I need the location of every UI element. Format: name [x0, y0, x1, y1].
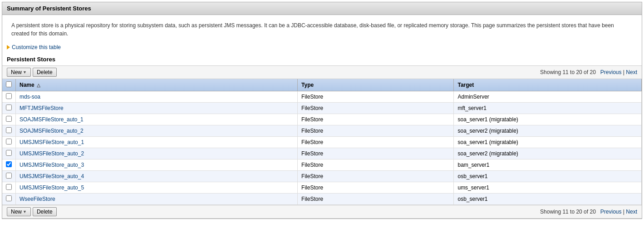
persistent-stores-table: Name △ Type Target mds-soaFileStoreAdmin… — [2, 79, 642, 205]
row-checkbox-cell — [2, 182, 16, 194]
table-row: mds-soaFileStoreAdminServer — [2, 91, 642, 103]
row-name-link[interactable]: SOAJMSFileStore_auto_2 — [20, 128, 84, 134]
row-type-cell: FileStore — [298, 137, 454, 148]
triangle-icon — [7, 45, 10, 50]
row-checkbox-cell — [2, 137, 16, 148]
table-row: UMSJMSFileStore_auto_5FileStoreums_serve… — [2, 182, 642, 194]
select-all-checkbox[interactable] — [6, 81, 12, 87]
showing-text-bottom: Showing 11 to 20 of 20 — [540, 209, 596, 215]
table-row: UMSJMSFileStore_auto_4FileStoreosb_serve… — [2, 171, 642, 182]
row-name-link[interactable]: UMSJMSFileStore_auto_3 — [20, 162, 84, 168]
row-name-link[interactable]: UMSJMSFileStore_auto_2 — [20, 150, 84, 157]
row-checkbox[interactable] — [6, 139, 12, 144]
col-header-checkbox — [2, 79, 16, 91]
row-target-cell: soa_server2 (migratable) — [454, 148, 642, 159]
table-row: UMSJMSFileStore_auto_1FileStoresoa_serve… — [2, 137, 642, 148]
row-target-cell: AdminServer — [454, 91, 642, 103]
new-button-bottom[interactable]: New ▼ — [7, 207, 31, 216]
row-name-cell: WseeFileStore — [16, 194, 298, 205]
row-name-link[interactable]: UMSJMSFileStore_auto_5 — [20, 184, 84, 191]
next-link-bottom[interactable]: Next — [626, 209, 637, 215]
previous-link-top[interactable]: Previous — [600, 69, 622, 75]
row-target-cell: osb_server1 — [454, 194, 642, 205]
row-checkbox-cell — [2, 148, 16, 159]
description-area: A persistent store is a physical reposit… — [2, 15, 642, 42]
table-row: SOAJMSFileStore_auto_2FileStoresoa_serve… — [2, 125, 642, 137]
row-name-cell: UMSJMSFileStore_auto_3 — [16, 159, 298, 171]
table-body: mds-soaFileStoreAdminServerMFTJMSFileSto… — [2, 91, 642, 205]
top-toolbar: New ▼ Delete Showing 11 to 20 of 20 Prev… — [2, 65, 642, 79]
row-checkbox-cell — [2, 125, 16, 137]
row-checkbox-cell — [2, 91, 16, 103]
row-name-link[interactable]: SOAJMSFileStore_auto_1 — [20, 116, 84, 123]
row-target-cell: soa_server1 (migratable) — [454, 137, 642, 148]
customize-link[interactable]: Customize this table — [12, 44, 61, 50]
new-button-top[interactable]: New ▼ — [7, 68, 31, 77]
row-type-cell: FileStore — [298, 114, 454, 125]
row-name-cell: mds-soa — [16, 91, 298, 103]
row-name-cell: UMSJMSFileStore_auto_1 — [16, 137, 298, 148]
row-type-cell: FileStore — [298, 194, 454, 205]
row-checkbox[interactable] — [6, 150, 12, 156]
row-type-cell: FileStore — [298, 91, 454, 103]
row-target-cell: soa_server2 (migratable) — [454, 125, 642, 137]
col-header-target: Target — [454, 79, 642, 91]
row-target-cell: mft_server1 — [454, 103, 642, 114]
row-checkbox-cell — [2, 103, 16, 114]
row-name-cell: SOAJMSFileStore_auto_1 — [16, 114, 298, 125]
delete-button-top[interactable]: Delete — [33, 68, 57, 77]
row-checkbox[interactable] — [6, 184, 12, 190]
row-checkbox[interactable] — [6, 127, 12, 133]
new-dropdown-arrow-bottom: ▼ — [23, 209, 27, 214]
name-sort-icon: △ — [37, 83, 40, 88]
row-name-link[interactable]: mds-soa — [20, 94, 40, 100]
row-type-cell: FileStore — [298, 159, 454, 171]
row-name-link[interactable]: MFTJMSFileStore — [20, 105, 64, 111]
row-checkbox-cell — [2, 159, 16, 171]
row-type-cell: FileStore — [298, 148, 454, 159]
row-target-cell: bam_server1 — [454, 159, 642, 171]
page-title-bar: Summary of Persistent Stores — [2, 2, 642, 15]
row-name-link[interactable]: WseeFileStore — [20, 196, 55, 202]
showing-text-top: Showing 11 to 20 of 20 — [540, 69, 596, 75]
customize-link-area: Customize this table — [2, 42, 642, 54]
table-row: UMSJMSFileStore_auto_2FileStoresoa_serve… — [2, 148, 642, 159]
row-checkbox-cell — [2, 114, 16, 125]
col-header-name: Name △ — [16, 79, 298, 91]
row-checkbox[interactable] — [6, 105, 12, 110]
previous-link-bottom[interactable]: Previous — [600, 209, 622, 215]
toolbar-right-top: Showing 11 to 20 of 20 Previous | Next — [540, 69, 637, 75]
row-name-cell: UMSJMSFileStore_auto_5 — [16, 182, 298, 194]
row-target-cell: soa_server1 (migratable) — [454, 114, 642, 125]
table-row: WseeFileStoreFileStoreosb_server1 — [2, 194, 642, 205]
row-checkbox[interactable] — [6, 161, 12, 167]
row-type-cell: FileStore — [298, 103, 454, 114]
new-dropdown-arrow-top: ▼ — [23, 70, 27, 75]
row-name-link[interactable]: UMSJMSFileStore_auto_1 — [20, 139, 84, 145]
delete-button-bottom[interactable]: Delete — [33, 207, 57, 216]
row-target-cell: ums_server1 — [454, 182, 642, 194]
table-row: UMSJMSFileStore_auto_3FileStorebam_serve… — [2, 159, 642, 171]
row-name-cell: UMSJMSFileStore_auto_2 — [16, 148, 298, 159]
next-link-top[interactable]: Next — [626, 69, 637, 75]
row-checkbox[interactable] — [6, 93, 12, 99]
table-row: MFTJMSFileStoreFileStoremft_server1 — [2, 103, 642, 114]
row-name-link[interactable]: UMSJMSFileStore_auto_4 — [20, 173, 84, 179]
row-checkbox-cell — [2, 171, 16, 182]
row-type-cell: FileStore — [298, 171, 454, 182]
page-title: Summary of Persistent Stores — [7, 5, 91, 12]
row-name-cell: SOAJMSFileStore_auto_2 — [16, 125, 298, 137]
row-checkbox[interactable] — [6, 195, 12, 201]
row-type-cell: FileStore — [298, 125, 454, 137]
row-type-cell: FileStore — [298, 182, 454, 194]
row-checkbox[interactable] — [6, 116, 12, 122]
row-name-cell: UMSJMSFileStore_auto_4 — [16, 171, 298, 182]
page-container: Summary of Persistent Stores A persisten… — [2, 2, 642, 219]
row-checkbox[interactable] — [6, 173, 12, 179]
row-checkbox-cell — [2, 194, 16, 205]
table-row: SOAJMSFileStore_auto_1FileStoresoa_serve… — [2, 114, 642, 125]
col-header-type: Type — [298, 79, 454, 91]
description-text: A persistent store is a physical reposit… — [11, 22, 614, 37]
toolbar-right-bottom: Showing 11 to 20 of 20 Previous | Next — [540, 209, 637, 215]
row-name-cell: MFTJMSFileStore — [16, 103, 298, 114]
